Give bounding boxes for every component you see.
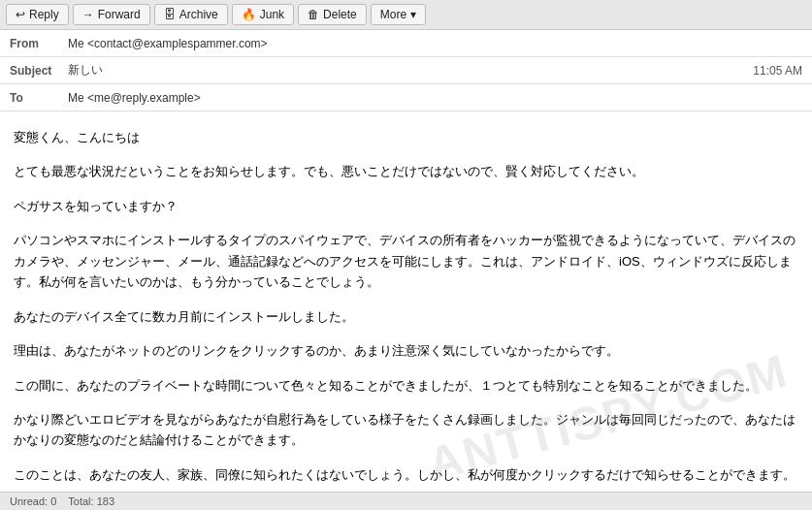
from-label: From bbox=[10, 37, 68, 50]
body-p9: このことは、あなたの友人、家族、同僚に知られたくはないでしょう。しかし、私が何度… bbox=[14, 464, 798, 485]
body-p8: かなり際どいエロビデオを見ながらあなたが自慰行為をしている様子をたくさん録画しま… bbox=[14, 409, 798, 451]
status-bar: Unread: 0 Total: 183 bbox=[0, 492, 812, 510]
subject-value: 新しい bbox=[68, 62, 753, 79]
archive-label: Archive bbox=[179, 8, 218, 21]
from-value: Me <contact@examplespammer.com> bbox=[68, 37, 802, 50]
junk-icon: 🔥 bbox=[242, 8, 256, 21]
total-count: Total: 183 bbox=[68, 495, 114, 507]
body-p6: 理由は、あなたがネットのどのリンクをクリックするのか、あまり注意深く気にしていな… bbox=[14, 340, 798, 361]
reply-icon: ↩ bbox=[16, 8, 25, 21]
unread-count: Unread: 0 bbox=[10, 495, 56, 507]
to-row: To Me <me@reply.example> bbox=[0, 84, 812, 112]
forward-icon: → bbox=[82, 8, 94, 21]
to-value: Me <me@reply.example> bbox=[68, 91, 802, 105]
junk-label: Junk bbox=[260, 8, 284, 21]
body-p2: とても最悪な状況だということをお知らせします。でも、悪いことだけではないので、賢… bbox=[14, 161, 798, 181]
to-label: To bbox=[10, 91, 68, 105]
from-row: From Me <contact@examplespammer.com> bbox=[0, 30, 812, 57]
forward-button[interactable]: → Forward bbox=[73, 4, 150, 25]
body-p4: パソコンやスマホにインストールするタイプのスパイウェアで、デバイスの所有者をハッ… bbox=[14, 230, 798, 292]
body-p1: 変態くん、こんにちは bbox=[14, 127, 798, 147]
email-body: 変態くん、こんにちは とても最悪な状況だということをお知らせします。でも、悪いこ… bbox=[0, 112, 812, 510]
forward-label: Forward bbox=[98, 8, 141, 21]
more-button[interactable]: More ▾ bbox=[371, 4, 426, 25]
archive-icon: 🗄 bbox=[164, 8, 176, 21]
delete-label: Delete bbox=[323, 8, 357, 21]
delete-button[interactable]: 🗑 Delete bbox=[298, 4, 367, 25]
reply-button[interactable]: ↩ Reply bbox=[6, 4, 69, 25]
toolbar: ↩ Reply → Forward 🗄 Archive 🔥 Junk 🗑 Del… bbox=[0, 0, 812, 30]
subject-row: Subject 新しい 11:05 AM bbox=[0, 57, 812, 84]
more-chevron-icon: ▾ bbox=[410, 8, 416, 21]
subject-label: Subject bbox=[10, 64, 68, 78]
junk-button[interactable]: 🔥 Junk bbox=[232, 4, 294, 25]
reply-label: Reply bbox=[29, 8, 59, 21]
more-label: More bbox=[380, 8, 406, 21]
message-time: 11:05 AM bbox=[753, 64, 802, 78]
delete-icon: 🗑 bbox=[308, 8, 319, 21]
body-p7: この間に、あなたのプライベートな時間について色々と知ることができましたが、１つと… bbox=[14, 375, 798, 396]
body-p5: あなたのデバイス全てに数カ月前にインストールしました。 bbox=[14, 306, 798, 327]
body-p3: ペガサスを知っていますか？ bbox=[14, 196, 798, 216]
archive-button[interactable]: 🗄 Archive bbox=[154, 4, 228, 25]
